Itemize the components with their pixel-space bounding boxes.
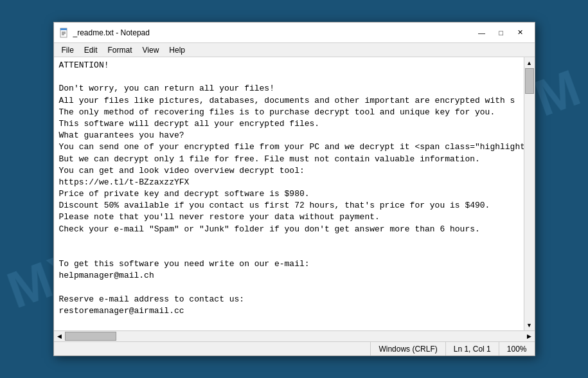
scroll-up-button[interactable]: ▲ xyxy=(524,57,535,68)
menu-help[interactable]: Help xyxy=(164,44,190,56)
vertical-scrollbar[interactable]: ▲ ▼ xyxy=(524,57,535,330)
close-button[interactable]: ✕ xyxy=(512,26,530,39)
app-icon xyxy=(59,28,69,38)
hscroll-track[interactable] xyxy=(65,331,524,341)
status-bar: Windows (CRLF) Ln 1, Col 1 100% xyxy=(54,341,535,356)
menu-bar: File Edit Format View Help xyxy=(54,43,535,57)
minimize-button[interactable]: — xyxy=(473,26,491,39)
zoom-level: 100% xyxy=(499,342,535,356)
menu-file[interactable]: File xyxy=(57,44,79,56)
title-bar: _readme.txt - Notepad — □ ✕ xyxy=(54,22,535,43)
menu-view[interactable]: View xyxy=(138,44,165,56)
scroll-down-button[interactable]: ▼ xyxy=(524,320,535,330)
svg-rect-1 xyxy=(60,28,67,30)
scroll-thumb[interactable] xyxy=(525,68,534,94)
menu-edit[interactable]: Edit xyxy=(79,44,103,56)
hscroll-right-button[interactable]: ▶ xyxy=(524,331,535,342)
text-editor[interactable]: ATTENTION! Don't worry, you can return a… xyxy=(54,57,524,330)
horizontal-scrollbar[interactable]: ◀ ▶ xyxy=(54,330,535,341)
menu-format[interactable]: Format xyxy=(103,44,138,56)
window-title: _readme.txt - Notepad xyxy=(73,28,473,37)
window-controls: — □ ✕ xyxy=(473,26,530,39)
notepad-window: _readme.txt - Notepad — □ ✕ File Edit Fo… xyxy=(53,22,535,356)
cursor-position: Ln 1, Col 1 xyxy=(445,342,499,356)
content-wrapper: ATTENTION! Don't worry, you can return a… xyxy=(54,57,535,330)
hscroll-left-button[interactable]: ◀ xyxy=(54,331,65,342)
maximize-button[interactable]: □ xyxy=(492,26,510,39)
line-ending-indicator: Windows (CRLF) xyxy=(370,342,445,356)
hscroll-thumb[interactable] xyxy=(65,332,116,341)
scroll-track[interactable] xyxy=(524,68,535,320)
